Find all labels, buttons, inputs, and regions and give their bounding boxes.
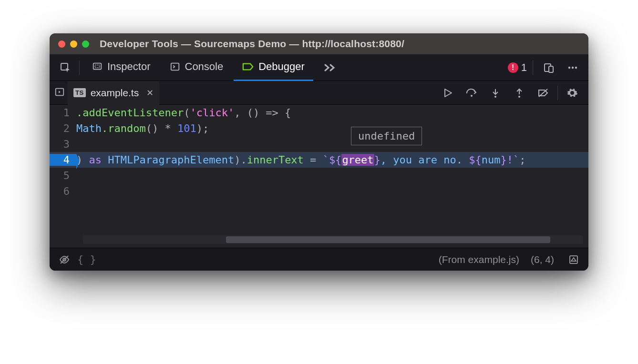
separator [557,86,558,100]
code-line: 5 [50,168,588,183]
source-map-origin: (From example.js) [439,254,519,265]
scrollbar-thumb[interactable] [226,236,550,243]
line-number[interactable]: 3 [50,138,76,150]
tab-debugger[interactable]: Debugger [234,54,313,81]
value-tooltip: undefined [351,127,422,145]
svg-point-13 [494,96,496,98]
svg-rect-2 [95,65,99,68]
minimize-window-button[interactable] [70,40,77,48]
source-editor[interactable]: undefined 1 .addEventListener('click', (… [50,105,588,248]
line-number[interactable]: 5 [50,170,76,182]
code-line: 1 .addEventListener('click', () => { [50,105,588,121]
window-title: Developer Tools — Sourcemaps Demo — http… [100,38,404,50]
tab-label: Inspector [107,61,151,73]
svg-point-15 [518,96,520,98]
hover-token-greet[interactable]: greet [341,154,374,166]
tab-label: Console [185,61,224,73]
line-number[interactable]: 1 [50,107,76,119]
debugger-icon [242,61,254,72]
svg-point-11 [471,95,473,97]
error-count-badge[interactable]: ! 1 [508,61,527,74]
source-map-toggle-icon[interactable] [566,252,582,268]
separator [79,61,80,75]
deactivate-breakpoints-button[interactable] [532,83,555,102]
step-out-button[interactable] [508,83,531,102]
line-number[interactable]: 2 [50,122,76,134]
svg-marker-10 [445,89,452,97]
line-number-current[interactable]: 4 [50,154,76,166]
step-over-button[interactable] [460,83,483,102]
sources-tree-toggle-icon[interactable] [54,87,65,99]
line-number[interactable]: 6 [50,185,76,197]
tab-inspector[interactable]: Inspector [83,54,159,81]
file-name: example.ts [91,87,139,99]
code-line-current: 4 ) as HTMLParagraphElement).innerText =… [50,152,588,168]
debugger-subtoolbar: TS example.ts ✕ [50,81,588,105]
close-window-button[interactable] [58,40,65,48]
tab-label: Debugger [258,61,305,73]
editor-footer: { } (From example.js) (6, 4) [50,248,588,271]
svg-point-7 [572,66,574,68]
file-tab[interactable]: TS example.ts ✕ [68,81,159,105]
inspector-icon [92,61,103,72]
code-line: 2 Math.random() * 101); [50,121,588,136]
error-count: 1 [521,61,527,74]
devtools-toolbar: Inspector Console Debugger [50,54,588,81]
error-icon: ! [508,62,518,73]
blackbox-icon[interactable] [56,252,72,268]
horizontal-scrollbar[interactable] [83,235,583,244]
resume-button[interactable] [436,83,459,102]
close-tab-icon[interactable]: ✕ [146,88,154,98]
meatballs-menu-icon[interactable] [563,58,583,77]
overflow-tabs-icon[interactable] [320,58,340,77]
debug-controls [436,83,584,102]
tab-console[interactable]: Console [161,54,232,81]
svg-rect-5 [549,66,553,72]
responsive-design-icon[interactable] [539,58,559,77]
code-line: 3 [50,136,588,152]
zoom-window-button[interactable] [82,40,89,48]
typescript-badge-icon: TS [73,88,86,97]
element-picker-icon[interactable] [55,58,75,77]
svg-point-6 [568,66,570,68]
toolbar-right: ! 1 [508,58,583,77]
debugger-settings-icon[interactable] [561,83,584,102]
traffic-lights [58,40,89,48]
console-icon [170,61,180,72]
pretty-print-icon[interactable]: { } [77,253,96,265]
svg-marker-20 [571,258,576,261]
svg-point-8 [575,66,577,68]
separator [533,61,533,75]
devtools-window: Developer Tools — Sourcemaps Demo — http… [50,33,588,271]
code-line: 6 [50,183,588,199]
window-titlebar: Developer Tools — Sourcemaps Demo — http… [50,33,588,54]
svg-rect-1 [93,63,102,70]
cursor-position: (6, 4) [531,254,554,265]
footer-right: (From example.js) (6, 4) [439,252,582,268]
step-in-button[interactable] [484,83,507,102]
